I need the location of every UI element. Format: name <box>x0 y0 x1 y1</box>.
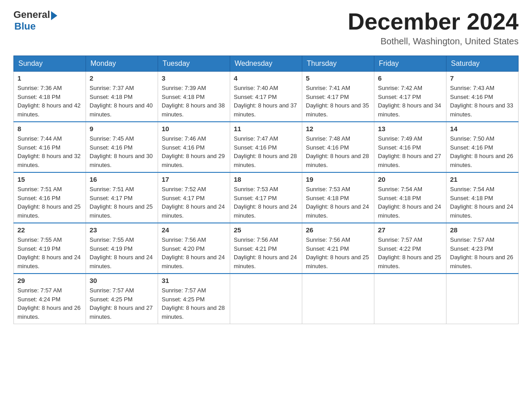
title-block: December 2024 Bothell, Washington, Unite… <box>348 9 519 47</box>
day-number: 25 <box>234 226 298 234</box>
calendar-week-row: 15Sunrise: 7:51 AMSunset: 4:16 PMDayligh… <box>14 172 519 223</box>
day-info: Sunrise: 7:37 AMSunset: 4:18 PMDaylight:… <box>90 84 154 119</box>
day-info: Sunrise: 7:57 AMSunset: 4:23 PMDaylight:… <box>450 235 515 270</box>
day-number: 31 <box>162 277 226 284</box>
header-tuesday: Tuesday <box>158 56 230 72</box>
day-info: Sunrise: 7:55 AMSunset: 4:19 PMDaylight:… <box>90 235 154 270</box>
calendar-cell: 17Sunrise: 7:52 AMSunset: 4:17 PMDayligh… <box>158 172 230 223</box>
day-number: 30 <box>90 277 154 284</box>
day-info: Sunrise: 7:41 AMSunset: 4:17 PMDaylight:… <box>306 84 370 119</box>
calendar-cell: 8Sunrise: 7:44 AMSunset: 4:16 PMDaylight… <box>14 122 86 172</box>
header-monday: Monday <box>86 56 158 72</box>
day-number: 28 <box>450 226 515 234</box>
calendar-cell: 22Sunrise: 7:55 AMSunset: 4:19 PMDayligh… <box>14 223 86 274</box>
day-info: Sunrise: 7:50 AMSunset: 4:16 PMDaylight:… <box>450 134 515 169</box>
day-info: Sunrise: 7:54 AMSunset: 4:18 PMDaylight:… <box>378 185 442 220</box>
day-number: 16 <box>90 176 154 183</box>
day-number: 5 <box>306 74 370 82</box>
calendar-cell <box>374 274 446 324</box>
day-info: Sunrise: 7:47 AMSunset: 4:16 PMDaylight:… <box>234 134 298 169</box>
day-info: Sunrise: 7:57 AMSunset: 4:24 PMDaylight:… <box>17 286 82 321</box>
calendar-cell: 14Sunrise: 7:50 AMSunset: 4:16 PMDayligh… <box>446 122 519 172</box>
day-number: 18 <box>234 176 298 183</box>
header-wednesday: Wednesday <box>230 56 302 72</box>
day-number: 7 <box>450 74 515 82</box>
day-number: 24 <box>162 226 226 234</box>
day-info: Sunrise: 7:43 AMSunset: 4:16 PMDaylight:… <box>450 84 515 119</box>
calendar-cell: 1Sunrise: 7:36 AMSunset: 4:18 PMDaylight… <box>14 72 86 122</box>
calendar-cell: 11Sunrise: 7:47 AMSunset: 4:16 PMDayligh… <box>230 122 302 172</box>
location-subtitle: Bothell, Washington, United States <box>348 36 519 47</box>
calendar-cell: 9Sunrise: 7:45 AMSunset: 4:16 PMDaylight… <box>86 122 158 172</box>
day-info: Sunrise: 7:45 AMSunset: 4:16 PMDaylight:… <box>90 134 154 169</box>
calendar-cell: 2Sunrise: 7:37 AMSunset: 4:18 PMDaylight… <box>86 72 158 122</box>
calendar-cell: 28Sunrise: 7:57 AMSunset: 4:23 PMDayligh… <box>446 223 519 274</box>
day-number: 10 <box>162 125 226 133</box>
day-info: Sunrise: 7:51 AMSunset: 4:16 PMDaylight:… <box>17 185 82 220</box>
header-friday: Friday <box>374 56 446 72</box>
day-number: 23 <box>90 226 154 234</box>
day-info: Sunrise: 7:55 AMSunset: 4:19 PMDaylight:… <box>17 235 82 270</box>
calendar-cell: 29Sunrise: 7:57 AMSunset: 4:24 PMDayligh… <box>14 274 86 324</box>
calendar-cell: 25Sunrise: 7:56 AMSunset: 4:21 PMDayligh… <box>230 223 302 274</box>
day-info: Sunrise: 7:48 AMSunset: 4:16 PMDaylight:… <box>306 134 370 169</box>
calendar-cell: 4Sunrise: 7:40 AMSunset: 4:17 PMDaylight… <box>230 72 302 122</box>
calendar-cell: 10Sunrise: 7:46 AMSunset: 4:16 PMDayligh… <box>158 122 230 172</box>
logo-blue-text: Blue <box>14 21 57 32</box>
calendar-week-row: 29Sunrise: 7:57 AMSunset: 4:24 PMDayligh… <box>14 274 519 324</box>
day-number: 21 <box>450 176 515 183</box>
calendar-week-row: 22Sunrise: 7:55 AMSunset: 4:19 PMDayligh… <box>14 223 519 274</box>
header-thursday: Thursday <box>302 56 374 72</box>
day-number: 27 <box>378 226 442 234</box>
day-number: 9 <box>90 125 154 133</box>
calendar-cell: 26Sunrise: 7:56 AMSunset: 4:21 PMDayligh… <box>302 223 374 274</box>
calendar-cell: 15Sunrise: 7:51 AMSunset: 4:16 PMDayligh… <box>14 172 86 223</box>
calendar-week-row: 1Sunrise: 7:36 AMSunset: 4:18 PMDaylight… <box>14 72 519 122</box>
calendar-cell: 30Sunrise: 7:57 AMSunset: 4:25 PMDayligh… <box>86 274 158 324</box>
calendar-cell <box>446 274 519 324</box>
day-number: 15 <box>17 176 82 183</box>
day-number: 2 <box>90 74 154 82</box>
calendar-cell: 16Sunrise: 7:51 AMSunset: 4:17 PMDayligh… <box>86 172 158 223</box>
day-info: Sunrise: 7:56 AMSunset: 4:21 PMDaylight:… <box>234 235 298 270</box>
day-number: 13 <box>378 125 442 133</box>
day-info: Sunrise: 7:53 AMSunset: 4:18 PMDaylight:… <box>306 185 370 220</box>
day-info: Sunrise: 7:54 AMSunset: 4:18 PMDaylight:… <box>450 185 515 220</box>
calendar-cell: 20Sunrise: 7:54 AMSunset: 4:18 PMDayligh… <box>374 172 446 223</box>
day-info: Sunrise: 7:42 AMSunset: 4:17 PMDaylight:… <box>378 84 442 119</box>
month-year-title: December 2024 <box>348 9 519 34</box>
logo: General Blue <box>13 9 57 32</box>
day-info: Sunrise: 7:57 AMSunset: 4:25 PMDaylight:… <box>162 286 226 321</box>
day-info: Sunrise: 7:56 AMSunset: 4:20 PMDaylight:… <box>162 235 226 270</box>
day-info: Sunrise: 7:36 AMSunset: 4:18 PMDaylight:… <box>17 84 82 119</box>
day-info: Sunrise: 7:46 AMSunset: 4:16 PMDaylight:… <box>162 134 226 169</box>
calendar-cell: 24Sunrise: 7:56 AMSunset: 4:20 PMDayligh… <box>158 223 230 274</box>
day-info: Sunrise: 7:56 AMSunset: 4:21 PMDaylight:… <box>306 235 370 270</box>
day-info: Sunrise: 7:51 AMSunset: 4:17 PMDaylight:… <box>90 185 154 220</box>
logo-arrow-icon <box>51 11 57 20</box>
day-number: 1 <box>17 74 82 82</box>
day-number: 6 <box>378 74 442 82</box>
day-number: 11 <box>234 125 298 133</box>
header-sunday: Sunday <box>14 56 86 72</box>
day-info: Sunrise: 7:52 AMSunset: 4:17 PMDaylight:… <box>162 185 226 220</box>
day-info: Sunrise: 7:44 AMSunset: 4:16 PMDaylight:… <box>17 134 82 169</box>
logo-line1: General <box>13 9 57 21</box>
calendar-cell: 5Sunrise: 7:41 AMSunset: 4:17 PMDaylight… <box>302 72 374 122</box>
calendar-cell <box>230 274 302 324</box>
day-number: 3 <box>162 74 226 82</box>
calendar-cell: 12Sunrise: 7:48 AMSunset: 4:16 PMDayligh… <box>302 122 374 172</box>
day-number: 20 <box>378 176 442 183</box>
day-number: 8 <box>17 125 82 133</box>
calendar-table: SundayMondayTuesdayWednesdayThursdayFrid… <box>13 56 519 324</box>
calendar-cell: 18Sunrise: 7:53 AMSunset: 4:17 PMDayligh… <box>230 172 302 223</box>
day-number: 29 <box>17 277 82 284</box>
header-saturday: Saturday <box>446 56 519 72</box>
day-info: Sunrise: 7:57 AMSunset: 4:22 PMDaylight:… <box>378 235 442 270</box>
calendar-header-row: SundayMondayTuesdayWednesdayThursdayFrid… <box>14 56 519 72</box>
day-number: 19 <box>306 176 370 183</box>
day-number: 12 <box>306 125 370 133</box>
day-info: Sunrise: 7:40 AMSunset: 4:17 PMDaylight:… <box>234 84 298 119</box>
calendar-cell: 6Sunrise: 7:42 AMSunset: 4:17 PMDaylight… <box>374 72 446 122</box>
calendar-cell <box>302 274 374 324</box>
